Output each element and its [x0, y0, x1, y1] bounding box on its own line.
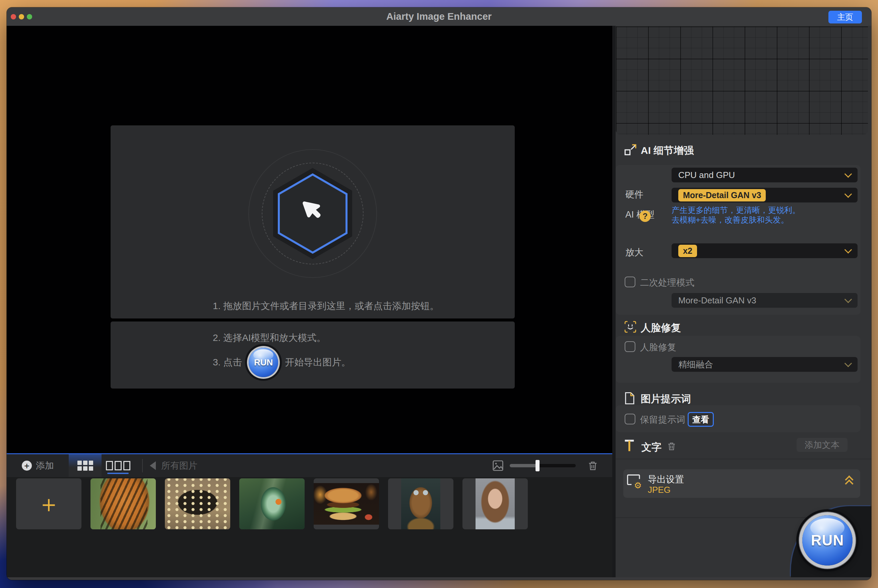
panel-divider	[616, 459, 871, 459]
list-view-icon	[106, 461, 130, 470]
list-view-tab[interactable]	[102, 454, 134, 477]
section-title-ai-detail: AI 细节增强	[641, 144, 694, 158]
view-prompt-button[interactable]: 查看	[688, 412, 714, 427]
text-tool-icon	[624, 439, 635, 452]
ai-detail-icon	[624, 143, 637, 156]
model-dropdown[interactable]: More-Detail GAN v3	[671, 188, 857, 202]
window-bottom-frame	[7, 577, 871, 580]
list-view-underline	[107, 472, 129, 474]
secondary-model-value: More-Detail GAN v3	[678, 296, 757, 306]
keep-prompt-checkbox[interactable]	[625, 414, 635, 424]
hardware-value: CPU and GPU	[678, 170, 735, 180]
app-window: Aiarty Image Enhancer 主页 1. 拖放图片文件或者目录到这…	[7, 8, 871, 580]
secondary-mode-checkbox[interactable]	[625, 277, 635, 287]
instruction-step-3: 3. 点击 RUN 开始导出图片。	[213, 348, 351, 377]
model-description-line1: 产生更多的细节，更清晰，更锐利。	[671, 205, 800, 216]
panel-seam	[612, 26, 616, 577]
instruction-step-1: 1. 拖放图片文件或者目录到这里，或者点击添加按钮。	[213, 300, 439, 312]
instructions-card: 2. 选择AI模型和放大模式。 3. 点击 RUN 开始导出图片。	[111, 321, 515, 388]
all-images-label: 所有图片	[161, 460, 198, 472]
butterfly-photo	[165, 478, 230, 530]
settings-panel: AI 细节增强 硬件 CPU and GPU AI 模型 More-Detail…	[616, 26, 871, 577]
instruction-step-3-before: 3. 点击	[213, 356, 242, 369]
run-button-illustration: RUN	[249, 348, 278, 377]
hardware-dropdown[interactable]: CPU and GPU	[671, 168, 857, 182]
burger-photo	[314, 483, 379, 525]
preview-grid	[616, 27, 868, 135]
thumbnail-toolbar: ＋ 添加 所有图片	[7, 454, 612, 477]
terrarium-photo	[239, 478, 305, 530]
thumbnail-tiger[interactable]	[90, 478, 156, 530]
chevron-down-icon	[845, 246, 852, 254]
add-images-button[interactable]: ＋ 添加	[22, 454, 54, 477]
chevron-down-icon	[845, 296, 852, 303]
thumbnail-steampunk-dog[interactable]	[388, 478, 453, 530]
cursor-arrow-icon	[298, 198, 326, 226]
section-title-face-restore: 人脸修复	[641, 321, 681, 335]
run-button[interactable]: RUN	[802, 515, 853, 566]
model-value-badge: More-Detail GAN v3	[678, 189, 766, 201]
grid-view-icon	[77, 460, 93, 471]
toolbar-divider	[142, 459, 143, 472]
help-icon[interactable]: ?	[640, 210, 651, 222]
back-arrow-icon[interactable]	[150, 461, 156, 470]
thumbnail-add-tile[interactable]: ＋	[16, 478, 81, 530]
main-canvas: 1. 拖放图片文件或者目录到这里，或者点击添加按钮。 2. 选择AI模型和放大模…	[7, 26, 612, 453]
add-images-label: 添加	[36, 460, 54, 472]
titlebar: Aiarty Image Enhancer	[7, 8, 871, 26]
collapse-chevrons-icon[interactable]	[846, 477, 852, 487]
chevron-down-icon	[845, 190, 852, 198]
girl-photo	[475, 478, 515, 530]
export-settings-card[interactable]: ⚙ 导出设置 JPEG	[623, 470, 860, 498]
scale-label: 放大	[625, 246, 643, 258]
face-restore-checkbox[interactable]	[625, 341, 635, 352]
keep-prompt-label: 保留提示词	[640, 414, 685, 426]
delete-images-icon[interactable]	[587, 460, 598, 472]
delete-text-icon[interactable]	[667, 441, 677, 452]
thumbnail-girl-portrait[interactable]	[463, 478, 528, 530]
secondary-mode-label: 二次处理模式	[640, 277, 694, 289]
instruction-step-3-after: 开始导出图片。	[285, 356, 351, 369]
grid-view-tab[interactable]	[69, 454, 102, 477]
drop-zone[interactable]: 1. 拖放图片文件或者目录到这里，或者点击添加按钮。	[111, 125, 515, 318]
home-button[interactable]: 主页	[829, 11, 862, 24]
add-text-button[interactable]: 添加文本	[797, 438, 848, 452]
section-title-text: 文字	[641, 441, 662, 454]
slider-handle[interactable]	[535, 460, 539, 471]
export-format-value: JPEG	[648, 485, 671, 495]
section-title-image-prompt: 图片提示词	[641, 392, 691, 406]
model-description-line2: 去模糊+去噪，改善皮肤和头发。	[671, 214, 789, 225]
plus-icon: ＋	[16, 478, 81, 530]
bottom-strip: ＋ 添加 所有图片	[7, 454, 612, 577]
thumbnail-burger[interactable]	[314, 478, 379, 530]
thumbnail-size-slider[interactable]	[510, 464, 576, 467]
plus-circle-icon: ＋	[22, 460, 32, 471]
window-title: Aiarty Image Enhancer	[7, 8, 871, 26]
scale-dropdown[interactable]: x2	[671, 243, 857, 258]
instruction-step-2: 2. 选择AI模型和放大模式。	[213, 332, 326, 344]
image-prompt-icon	[624, 392, 635, 405]
svg-text:⚙: ⚙	[634, 480, 642, 490]
export-settings-icon: ⚙	[626, 473, 643, 490]
scale-value-badge: x2	[678, 245, 697, 257]
all-images-breadcrumb: 所有图片	[150, 454, 198, 477]
chevron-down-icon	[845, 360, 852, 368]
thumbnail-size-icon	[492, 460, 504, 472]
chevron-down-icon	[845, 170, 852, 178]
face-mode-value: 精细融合	[678, 359, 713, 370]
export-settings-title: 导出设置	[648, 473, 684, 485]
face-restore-icon	[624, 321, 637, 333]
thumbnail-terrarium[interactable]	[239, 478, 305, 530]
secondary-model-dropdown[interactable]: More-Detail GAN v3	[671, 293, 857, 308]
face-mode-dropdown[interactable]: 精细融合	[671, 357, 857, 372]
thumbnail-butterfly[interactable]	[165, 478, 230, 530]
hardware-label: 硬件	[625, 188, 643, 201]
dog-photo	[401, 478, 440, 530]
drop-zone-illustration	[246, 147, 380, 280]
tiger-photo	[90, 478, 156, 530]
face-restore-label: 人脸修复	[640, 341, 676, 353]
